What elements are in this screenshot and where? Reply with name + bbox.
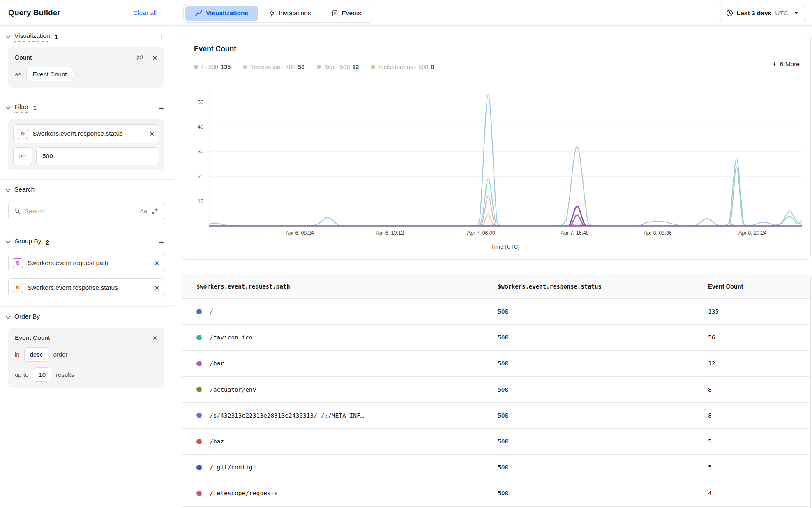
table-row[interactable]: /baz5005 xyxy=(182,429,810,455)
series-dot xyxy=(317,65,321,69)
svg-text:30: 30 xyxy=(198,149,203,155)
column-header-count[interactable]: Event Count xyxy=(708,283,810,290)
filter-field-chip[interactable]: N $workers.event.response.status ✕ xyxy=(13,124,159,143)
group-by-field-chip[interactable]: N$workers.event.response.status✕ xyxy=(8,278,164,297)
cell-count: 5 xyxy=(708,464,810,471)
filter-label[interactable]: Filter xyxy=(14,103,28,113)
table-row[interactable]: /favicon.ico50056 xyxy=(182,325,810,351)
tab-invocations[interactable]: Invocations xyxy=(259,6,321,21)
cell-path: /bar xyxy=(210,360,236,367)
search-box: Aa xyxy=(8,202,164,220)
column-header-status[interactable]: $workers.event.response.status xyxy=(498,283,708,290)
table-row[interactable]: /.git/config5005 xyxy=(182,455,810,480)
results-label: results xyxy=(56,371,74,378)
series-dot xyxy=(196,413,202,418)
filter-card: N $workers.event.response.status ✕ >= xyxy=(8,119,164,170)
column-header-path[interactable]: $workers.event.request.path xyxy=(196,283,498,290)
lightning-icon xyxy=(269,10,275,17)
in-label: in xyxy=(15,351,20,358)
svg-text:Apr 6, 08:24: Apr 6, 08:24 xyxy=(286,230,314,236)
chart-legend: / · 500 135/favicon.ico · 500 56/bar · 5… xyxy=(194,64,434,70)
sidebar-header: Query Builder Clear all xyxy=(0,0,174,26)
svg-text:Apr 8, 20:24: Apr 8, 20:24 xyxy=(738,230,766,236)
group-by-field-name: $workers.event.request.path xyxy=(28,259,146,267)
filter-field-name: $workers.event.response.status xyxy=(33,130,141,137)
table-row[interactable]: /bar50012 xyxy=(182,351,810,376)
table-row[interactable]: /telescope/requests5004 xyxy=(182,480,810,506)
chevron-down-icon[interactable] xyxy=(5,188,11,194)
cell-path: /baz xyxy=(210,438,236,445)
cell-status: 500 xyxy=(498,412,708,419)
table-row[interactable]: /s/432313e22313e28313e2430313/_/;/META-I… xyxy=(182,403,810,429)
add-visualization-button[interactable]: + xyxy=(159,34,164,40)
string-type-badge: S xyxy=(13,258,23,268)
chevron-down-icon[interactable] xyxy=(5,240,11,245)
more-series-label: 6 More xyxy=(780,60,800,68)
svg-text:Apr 7, 06:00: Apr 7, 06:00 xyxy=(467,230,495,236)
series-dot xyxy=(243,65,247,69)
cell-path: /.git/config xyxy=(210,464,265,471)
app: Query Builder Clear all Visualization 1 … xyxy=(0,0,812,508)
table-row[interactable]: /500135 xyxy=(182,299,810,325)
legend-label: /favicon.ico · 500 56 xyxy=(250,64,304,70)
series-dot xyxy=(196,439,202,444)
series-dot xyxy=(196,361,202,366)
search-input[interactable] xyxy=(25,208,136,215)
time-range-button[interactable]: Last 3 days UTC xyxy=(719,5,806,21)
legend-item[interactable]: / · 500 135 xyxy=(194,64,231,70)
series-dot xyxy=(196,465,202,470)
order-by-label[interactable]: Order By xyxy=(14,313,40,322)
visualization-alias-field[interactable]: Event Count xyxy=(26,67,74,81)
query-builder-sidebar: Query Builder Clear all Visualization 1 … xyxy=(0,0,174,508)
cell-count: 12 xyxy=(708,360,810,367)
group-by-field-chip[interactable]: S$workers.event.request.path✕ xyxy=(8,254,164,272)
group-by-label[interactable]: Group By xyxy=(14,238,41,247)
chevron-down-icon[interactable] xyxy=(5,315,11,321)
match-case-icon[interactable]: Aa xyxy=(140,208,147,215)
legend-item[interactable]: /bar · 500 12 xyxy=(317,64,359,70)
cell-status: 500 xyxy=(498,334,708,341)
table-row[interactable]: /actuator/env5008 xyxy=(182,377,810,403)
divider xyxy=(144,128,144,139)
clear-all-link[interactable]: Clear all xyxy=(133,9,157,16)
remove-filter-icon[interactable]: ✕ xyxy=(149,131,155,137)
legend-item[interactable]: /actuator/env · 500 8 xyxy=(371,64,434,70)
tab-visualizations[interactable]: Visualizations xyxy=(185,6,258,21)
remove-order-by-icon[interactable]: ✕ xyxy=(152,335,157,341)
add-filter-button[interactable]: + xyxy=(159,105,164,111)
legend-item[interactable]: /favicon.ico · 500 56 xyxy=(243,64,304,70)
cell-status: 500 xyxy=(498,438,708,445)
tab-events[interactable]: Events xyxy=(322,6,371,21)
series-dot xyxy=(196,387,202,392)
search-label[interactable]: Search xyxy=(14,186,35,195)
series-dot xyxy=(196,335,202,340)
event-count-chart[interactable]: 1020304050Apr 6, 08:24Apr 6, 19:12Apr 7,… xyxy=(182,75,810,256)
remove-group-by-icon[interactable]: ✕ xyxy=(154,260,159,266)
remove-group-by-icon[interactable]: ✕ xyxy=(154,285,159,291)
filter-operator-select[interactable]: >= xyxy=(13,147,32,165)
visualization-section: Visualization 1 + Count @ ✕ as Event Cou… xyxy=(0,26,174,97)
svg-text:40: 40 xyxy=(198,124,203,130)
filter-value-input[interactable] xyxy=(36,147,159,165)
limit-input[interactable]: 10 xyxy=(33,367,51,382)
remove-visualization-icon[interactable]: ✕ xyxy=(152,55,157,61)
search-section: Search Aa xyxy=(0,180,174,231)
plus-icon: + xyxy=(772,60,777,69)
chevron-down-icon[interactable] xyxy=(5,105,11,111)
series-dot xyxy=(196,309,202,314)
at-icon[interactable]: @ xyxy=(136,53,143,62)
visualization-label[interactable]: Visualization xyxy=(14,32,50,42)
cell-count: 5 xyxy=(708,438,810,445)
regex-icon[interactable] xyxy=(151,208,158,215)
add-group-by-button[interactable]: + xyxy=(159,240,164,245)
metric-name[interactable]: Count xyxy=(15,54,32,61)
cell-path: /s/432313e22313e28313e2430313/_/;/META-I… xyxy=(210,412,376,419)
order-by-field[interactable]: Event Count xyxy=(15,334,50,342)
order-direction-select[interactable]: desc xyxy=(24,347,49,362)
series-dot xyxy=(196,491,202,496)
chevron-down-icon[interactable] xyxy=(5,34,11,40)
legend-label: /bar · 500 12 xyxy=(324,64,359,70)
more-series-button[interactable]: + 6 More xyxy=(772,60,800,71)
filter-section: Filter 1 + N $workers.event.response.sta… xyxy=(0,97,174,179)
group-by-field-name: $workers.event.response.status xyxy=(28,284,146,291)
